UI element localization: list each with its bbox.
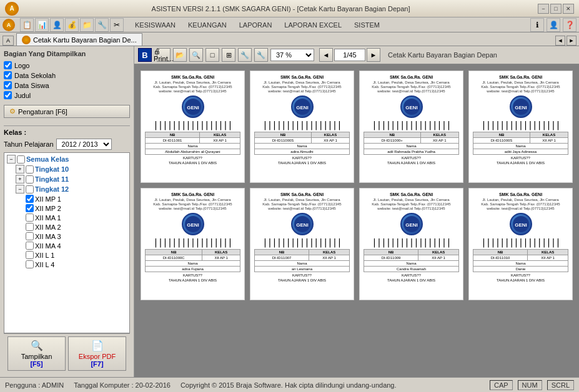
- card-table-6: NBKELAS DI-ID11009XII AP 1 Nama Candra R…: [364, 249, 459, 272]
- tree-item-xii-ma4[interactable]: XII MA 4: [6, 241, 128, 250]
- menu-keuangan[interactable]: KEUANGAN: [182, 20, 233, 30]
- card-logo-1: GENI: [291, 96, 314, 118]
- preview-zoom-in-btn[interactable]: 🔧: [254, 48, 268, 62]
- card-header-0: SMK Sa.Ga.Ra. GENI: [145, 75, 240, 79]
- checkbox-data-sekolah-input[interactable]: [4, 71, 12, 79]
- card-footer1-1: KARTUS??: [254, 156, 350, 160]
- menu-sistem[interactable]: SISTEM: [348, 20, 386, 30]
- checkbox-semua[interactable]: [17, 155, 25, 164]
- tampilkan-button[interactable]: 🔍 Tampilkan [F5]: [7, 336, 66, 371]
- expand-tingkat11[interactable]: +: [16, 175, 24, 184]
- status-bar: Pengguna : ADMIN Tanggal Komputer : 20-0…: [0, 377, 579, 392]
- tree-item-tingkat12[interactable]: − Tingkat 12: [6, 184, 128, 194]
- ekspor-label: Ekspor PDF: [79, 353, 116, 360]
- info-icon[interactable]: ❓: [563, 18, 577, 32]
- tree-item-xii-mp1[interactable]: XII MP 1: [6, 194, 128, 203]
- pengaturan-label: Pengaturan [F6]: [18, 108, 67, 115]
- checkbox-data-siswa-input[interactable]: [4, 81, 12, 89]
- toolbar-icon-2[interactable]: 📊: [35, 18, 49, 32]
- menu-laporan[interactable]: LAPORAN: [233, 20, 279, 30]
- card-logo-7: GENI: [510, 213, 532, 235]
- tree-item-tingkat10[interactable]: + Tingkat 10: [6, 164, 128, 174]
- tree-item-xii-mp2[interactable]: XII MP 2: [6, 203, 128, 213]
- checkbox-xii-l4[interactable]: [26, 260, 34, 268]
- prev-page-btn[interactable]: ◄: [319, 48, 333, 62]
- card-footer1-2: KARTUS??: [364, 156, 459, 160]
- expand-tingkat10[interactable]: +: [16, 165, 24, 174]
- toolbar-icon-3[interactable]: 👤: [50, 18, 64, 32]
- preview-zoom-select[interactable]: 37 % 50 % 75 % 100 %: [270, 49, 314, 61]
- menu-laporan-excel[interactable]: LAPORAN EXCEL: [278, 20, 348, 30]
- preview-search-btn[interactable]: 🔍: [189, 48, 203, 62]
- tab-menu[interactable]: A: [2, 36, 14, 46]
- card-school-4: Jl. Lautan, Peulak, Desa Seuriwa, Jln Ce…: [145, 198, 240, 212]
- minimize-button[interactable]: −: [538, 4, 549, 14]
- card-logo-6: GENI: [400, 213, 423, 235]
- tree-item-xii-ma3[interactable]: XII MA 3: [6, 232, 128, 241]
- expand-semua[interactable]: −: [7, 155, 16, 164]
- pengaturan-button[interactable]: ⚙ Pengaturan [F6]: [4, 105, 130, 118]
- card-table-5: NBKELAS DI-ID11007XII AP 1 Nama ari Lesm…: [254, 249, 350, 272]
- checkbox-logo-input[interactable]: [4, 61, 12, 69]
- tree-item-xii-l1[interactable]: XII L 1: [6, 250, 128, 260]
- right-panel: B 🖨 Print... 📂 🔍 □ ⊞ 🔧 🔧 37 % 50 % 75 % …: [134, 46, 579, 377]
- close-button[interactable]: ✕: [563, 4, 574, 14]
- user-icon[interactable]: 👤: [547, 18, 560, 32]
- checkbox-judul-input[interactable]: [4, 91, 12, 99]
- maximize-button[interactable]: □: [550, 4, 562, 14]
- menu-kesiswaan[interactable]: KESISWAAN: [129, 20, 182, 30]
- tab-nav-fwd[interactable]: ►: [567, 36, 577, 46]
- checkbox-tingkat11[interactable]: [26, 175, 34, 184]
- card-header-2: SMK Sa.Ga.Ra. GENI: [364, 75, 459, 79]
- checkbox-xii-ma1[interactable]: [26, 213, 34, 222]
- preview-open-btn[interactable]: 📂: [173, 48, 187, 62]
- checkbox-xii-ma3[interactable]: [26, 232, 34, 240]
- card-school-2: Jl. Lautan, Peulak, Desa Seuriwa, Jln Ce…: [364, 81, 459, 94]
- expand-tingkat12[interactable]: −: [16, 185, 24, 194]
- help-icon[interactable]: ℹ: [530, 18, 544, 32]
- svg-text:GENI: GENI: [405, 222, 418, 228]
- preview-print-btn[interactable]: 🖨 Print...: [157, 48, 171, 62]
- checkbox-xii-ma2[interactable]: [26, 223, 34, 231]
- checkbox-xii-l1[interactable]: [26, 251, 34, 259]
- preview-title: Cetak Kartu Bayaran Bagian Depan: [388, 51, 497, 59]
- card-logo-area-4: GENI: [145, 213, 240, 235]
- preview-zoom-out-btn[interactable]: 🔧: [238, 48, 252, 62]
- card-footer1-0: KARTUS??: [145, 156, 240, 160]
- preview-multi-btn[interactable]: ⊞: [222, 48, 235, 62]
- tree-item-xii-l4[interactable]: XII L 4: [6, 260, 128, 269]
- svg-text:GENI: GENI: [405, 105, 418, 110]
- card-footer2-0: TAHUN AJARAN 1 DIV ABIS: [145, 161, 240, 165]
- card-table-3: NBKELAS DI-ID11000SXII AP 1 Nama aditi J…: [473, 132, 568, 155]
- active-tab[interactable]: Cetak Kartu Bayaran Bagian De...: [16, 33, 142, 46]
- checkbox-xii-mp1[interactable]: [26, 195, 34, 203]
- card-footer1-3: KARTUS??: [473, 156, 568, 160]
- checkbox-judul-label: Judul: [14, 92, 31, 99]
- checkbox-tingkat10[interactable]: [26, 165, 34, 174]
- tree-label-xii-ma2: XII MA 2: [35, 223, 61, 231]
- tree-item-tingkat11[interactable]: + Tingkat 11: [6, 174, 128, 184]
- toolbar-icon-7[interactable]: ✂: [110, 18, 124, 32]
- card-barcode-6: |||||||||||||||||: [364, 238, 459, 247]
- tab-nav-back[interactable]: ◄: [555, 36, 565, 46]
- toolbar-icon-1[interactable]: 📋: [20, 18, 34, 32]
- menu-logo: A: [2, 19, 15, 31]
- card-table-1: NBKELAS DI-ID11000SXII AP 1 Nama adira A…: [254, 132, 350, 155]
- toolbar-icon-5[interactable]: 📁: [80, 18, 94, 32]
- svg-text:GENI: GENI: [187, 105, 199, 110]
- checkbox-xii-mp2[interactable]: [26, 204, 34, 212]
- checkbox-tingkat12[interactable]: [26, 185, 34, 194]
- checkbox-xii-ma4[interactable]: [26, 242, 34, 250]
- next-page-btn[interactable]: ►: [367, 48, 380, 62]
- ekspor-button[interactable]: 📄 Ekspor PDF [F7]: [68, 336, 126, 371]
- scrl-indicator: SCRL: [547, 380, 574, 390]
- tree-item-xii-ma2[interactable]: XII MA 2: [6, 222, 128, 232]
- bottom-buttons: 🔍 Tampilkan [F5] 📄 Ekspor PDF [F7]: [4, 333, 130, 373]
- tahun-select[interactable]: 2012 / 2013 2013 / 2014 2014 / 2015: [56, 139, 112, 150]
- tree-item-semua[interactable]: − Semua Kelas: [6, 154, 128, 164]
- card-school-0: Jl. Lautan, Peulak, Desa Seuriwa, Jln Ce…: [145, 81, 240, 94]
- toolbar-icon-6[interactable]: 🔧: [95, 18, 109, 32]
- toolbar-icon-4[interactable]: 💰: [65, 18, 79, 32]
- tree-item-xii-ma1[interactable]: XII MA 1: [6, 213, 128, 222]
- preview-single-btn[interactable]: □: [205, 48, 219, 62]
